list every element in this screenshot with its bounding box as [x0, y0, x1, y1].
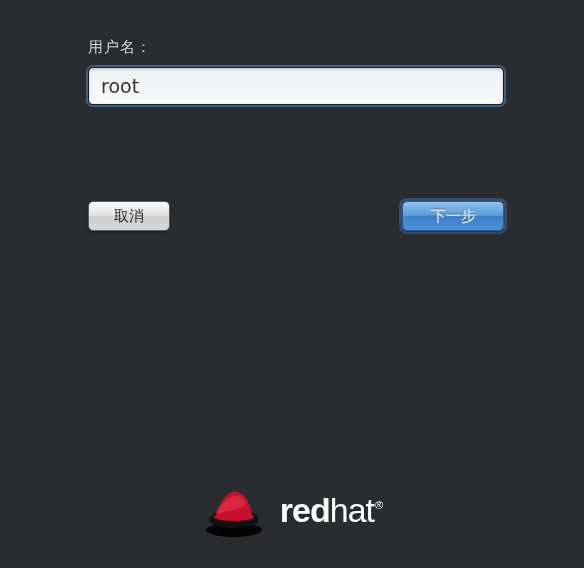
button-row: 取消 下一步 [88, 201, 504, 231]
brand-logo: redhat® [0, 482, 584, 538]
redhat-icon [202, 482, 266, 538]
username-input-wrap [88, 67, 504, 105]
brand-text: redhat® [280, 491, 382, 530]
next-button[interactable]: 下一步 [402, 201, 504, 231]
svg-point-1 [214, 513, 254, 521]
trademark-icon: ® [375, 499, 382, 511]
login-form: 用户名： 取消 下一步 [0, 0, 584, 231]
username-label: 用户名： [88, 38, 506, 57]
brand-text-light: hat [330, 491, 374, 529]
cancel-button[interactable]: 取消 [88, 201, 170, 231]
brand-text-bold: red [280, 491, 330, 529]
username-input[interactable] [88, 67, 504, 105]
